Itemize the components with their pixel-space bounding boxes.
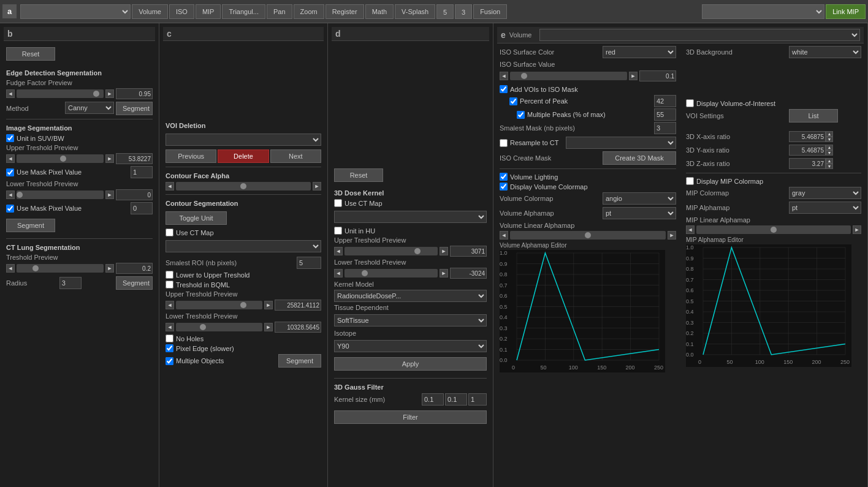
- volume-lighting-check[interactable]: [500, 173, 508, 181]
- radius-val[interactable]: [59, 277, 82, 289]
- x-axis-down[interactable]: ▼: [826, 137, 833, 142]
- d-lower-right[interactable]: ►: [440, 269, 448, 277]
- segment-btn-1[interactable]: Segment: [116, 102, 153, 115]
- d-lower-val[interactable]: [450, 268, 487, 279]
- triangul-btn[interactable]: Triangul...: [222, 4, 265, 19]
- register-btn[interactable]: Register: [326, 4, 364, 19]
- alpha-right-arrow[interactable]: ►: [313, 182, 321, 191]
- d-lower-slider[interactable]: [345, 269, 438, 277]
- tresh-bqml-check[interactable]: [166, 281, 173, 289]
- y-axis-up[interactable]: ▲: [826, 145, 833, 150]
- unit-hu-check[interactable]: [334, 227, 342, 235]
- segment-btn-c[interactable]: Segment: [278, 354, 321, 368]
- y-axis-val[interactable]: [789, 145, 826, 156]
- contour-sel[interactable]: [166, 240, 321, 252]
- percent-peak-check[interactable]: [509, 97, 517, 105]
- kernel-val-3[interactable]: [468, 393, 487, 406]
- display-mip-colormap-check[interactable]: [686, 177, 694, 185]
- c-upper-left[interactable]: ◄: [166, 301, 174, 309]
- mask-upper-check[interactable]: [6, 168, 14, 176]
- mip-colormap-sel[interactable]: gray: [789, 187, 861, 199]
- d-upper-slider[interactable]: [345, 247, 438, 255]
- segment-btn-2[interactable]: Segment: [6, 219, 55, 232]
- c-lower-left[interactable]: ◄: [166, 323, 174, 331]
- vol-alphamap-sel[interactable]: pt: [603, 207, 676, 219]
- lower-right-arrow[interactable]: ►: [105, 191, 114, 199]
- lower-left-arrow[interactable]: ◄: [6, 191, 15, 199]
- main-dropdown[interactable]: [20, 4, 131, 19]
- ct-slider[interactable]: [17, 264, 104, 273]
- delete-btn[interactable]: Delete: [218, 149, 268, 163]
- create-3d-mask-btn[interactable]: Create 3D Mask: [603, 151, 676, 165]
- iso-val-left[interactable]: ◄: [500, 72, 508, 80]
- percent-peak-val[interactable]: [654, 95, 676, 107]
- previous-btn[interactable]: Previous: [166, 149, 216, 163]
- y-axis-down[interactable]: ▼: [826, 150, 833, 156]
- use-ct-map-check-c[interactable]: [166, 228, 173, 236]
- fudge-right-arrow[interactable]: ►: [105, 89, 114, 98]
- mask-lower-val[interactable]: [131, 202, 153, 214]
- smallest-mask-val[interactable]: [654, 122, 676, 134]
- dose-sel[interactable]: [334, 211, 487, 223]
- toggle-unit-btn[interactable]: Toggle Unit: [166, 211, 227, 225]
- c-lower-val[interactable]: [275, 322, 321, 333]
- no-holes-check[interactable]: [166, 334, 173, 342]
- mip-alphamap-sel[interactable]: pt: [789, 202, 861, 214]
- kernel-val-1[interactable]: [422, 393, 444, 406]
- upper-slider[interactable]: [17, 154, 104, 163]
- reset-btn-d[interactable]: Reset: [334, 168, 383, 182]
- d-upper-right[interactable]: ►: [440, 247, 448, 255]
- voi-select[interactable]: [166, 134, 321, 146]
- c-upper-val[interactable]: [275, 300, 321, 311]
- unit-suv-check[interactable]: [6, 134, 14, 142]
- vol-lin-slider[interactable]: [510, 231, 666, 240]
- c-lower-slider[interactable]: [176, 323, 262, 331]
- voi-settings-btn[interactable]: List: [789, 109, 838, 123]
- z-axis-down[interactable]: ▼: [826, 164, 833, 169]
- kernel-model-sel[interactable]: RadionuclideDoseP...: [334, 290, 487, 302]
- iso-val-slider[interactable]: [510, 72, 627, 80]
- math-btn[interactable]: Math: [365, 4, 394, 19]
- reset-btn-b[interactable]: Reset: [6, 47, 55, 61]
- segment-btn-3[interactable]: Segment: [116, 276, 153, 290]
- upper-left-arrow[interactable]: ◄: [6, 154, 15, 163]
- pan-btn[interactable]: Pan: [267, 4, 292, 19]
- upper-val[interactable]: [116, 153, 153, 164]
- link-mip-btn[interactable]: Link MIP: [826, 4, 866, 19]
- d-upper-left[interactable]: ◄: [334, 247, 343, 255]
- fudge-slider[interactable]: [17, 89, 104, 98]
- alpha-slider[interactable]: [176, 182, 311, 191]
- iso-val-right[interactable]: ►: [629, 72, 638, 80]
- volume-btn[interactable]: Volume: [132, 4, 168, 19]
- vsplash-btn[interactable]: V-Splash: [395, 4, 435, 19]
- fudge-val[interactable]: [116, 88, 153, 99]
- mask-lower-check[interactable]: [6, 205, 14, 213]
- display-voi-check[interactable]: [686, 99, 694, 107]
- lower-upper-check[interactable]: [166, 271, 173, 279]
- fusion-dropdown[interactable]: [702, 4, 824, 19]
- lower-slider[interactable]: [17, 191, 104, 199]
- filter-btn[interactable]: Filter: [334, 410, 487, 424]
- fusion-btn[interactable]: Fusion: [473, 4, 507, 19]
- method-select[interactable]: Canny: [65, 102, 114, 114]
- mip-lin-slider[interactable]: [696, 225, 851, 234]
- alpha-left-arrow[interactable]: ◄: [166, 182, 174, 191]
- resample-sel[interactable]: [566, 137, 676, 149]
- d-lower-left[interactable]: ◄: [334, 269, 343, 277]
- multiple-peaks-val[interactable]: [654, 108, 676, 121]
- mip-lin-left[interactable]: ◄: [686, 225, 695, 234]
- smallest-roi-val[interactable]: [297, 257, 321, 269]
- use-ct-map-check-d[interactable]: [334, 199, 342, 207]
- kernel-val-2[interactable]: [445, 393, 467, 406]
- vol-lin-right[interactable]: ►: [668, 231, 676, 240]
- ct-val[interactable]: [116, 263, 153, 274]
- c-upper-slider[interactable]: [176, 301, 262, 309]
- lower-val[interactable]: [116, 189, 153, 200]
- vol-colormap-sel[interactable]: angio: [603, 192, 676, 205]
- multiple-objects-check[interactable]: [166, 357, 173, 365]
- vol-lin-left[interactable]: ◄: [500, 231, 508, 240]
- ct-left-arrow[interactable]: ◄: [6, 264, 15, 273]
- x-axis-up[interactable]: ▲: [826, 131, 833, 137]
- mip-btn[interactable]: MIP: [196, 4, 221, 19]
- pixel-edge-check[interactable]: [166, 344, 173, 352]
